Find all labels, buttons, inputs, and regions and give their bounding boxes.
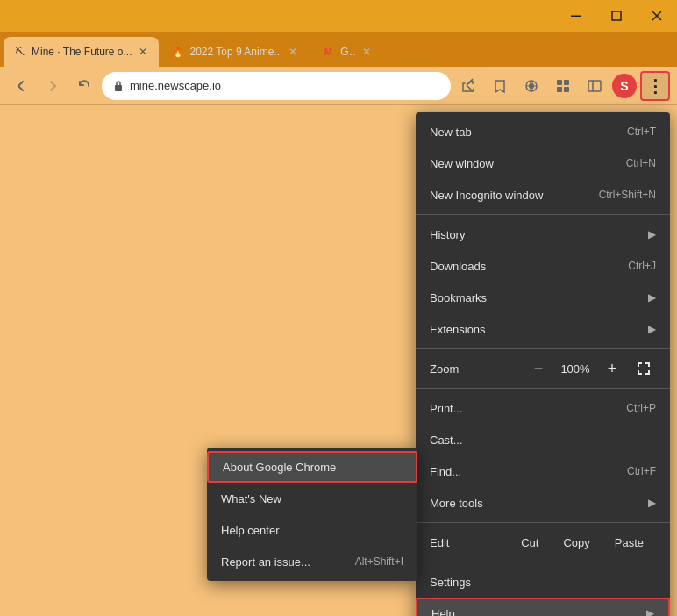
- zoom-value: 100%: [558, 362, 593, 376]
- menu-item-settings[interactable]: Settings: [416, 566, 670, 598]
- svg-rect-7: [557, 87, 562, 92]
- title-bar-controls: [556, 0, 677, 32]
- puzzle-button[interactable]: [549, 72, 577, 100]
- help-submenu: About Google Chrome What's New Help cent…: [207, 448, 417, 581]
- tab-mine-close[interactable]: ✕: [136, 45, 150, 59]
- tab-mine[interactable]: ⛏ Mine · The Future o... ✕: [4, 37, 159, 67]
- profile-avatar[interactable]: S: [612, 74, 637, 98]
- close-button[interactable]: [637, 0, 677, 32]
- svg-rect-5: [557, 80, 562, 85]
- menu-item-new-incognito[interactable]: New Incognito window Ctrl+Shift+N: [416, 179, 670, 211]
- menu-item-print[interactable]: Print... Ctrl+P: [416, 392, 670, 424]
- tab-gmail-favicon: M: [321, 45, 335, 59]
- help-submenu-item-about[interactable]: About Google Chrome: [207, 451, 417, 483]
- edit-cut-button[interactable]: Cut: [509, 533, 551, 553]
- menu-sep-4: [416, 522, 670, 523]
- menu-sep-2: [416, 348, 670, 349]
- zoom-plus-button[interactable]: +: [600, 356, 624, 381]
- menu-item-new-tab[interactable]: New tab Ctrl+T: [416, 116, 670, 147]
- lock-icon: [112, 80, 125, 92]
- title-bar: [0, 0, 677, 32]
- svg-rect-2: [115, 85, 122, 91]
- menu-item-bookmarks[interactable]: Bookmarks ▶: [416, 282, 670, 313]
- edit-copy-button[interactable]: Copy: [551, 533, 602, 553]
- chrome-menu-button[interactable]: ⋮: [640, 71, 670, 101]
- menu-sep-1: [416, 214, 670, 215]
- back-button[interactable]: [7, 72, 35, 100]
- url-text: mine.newscape.io: [130, 79, 221, 92]
- address-bar[interactable]: mine.newscape.io: [102, 72, 451, 100]
- menu-sep-3: [416, 388, 670, 389]
- bookmark-button[interactable]: [486, 72, 514, 100]
- maximize-button[interactable]: [596, 0, 637, 32]
- zoom-controls: − 100% +: [526, 356, 656, 381]
- svg-rect-8: [564, 87, 569, 92]
- tab-anime-close[interactable]: ✕: [286, 45, 300, 59]
- menu-item-history[interactable]: History ▶: [416, 218, 670, 250]
- tab-mine-label: Mine · The Future o...: [32, 46, 132, 58]
- menu-item-find[interactable]: Find... Ctrl+F: [416, 455, 670, 487]
- help-submenu-item-report-issue[interactable]: Report an issue... Alt+Shift+I: [207, 546, 417, 577]
- forward-button[interactable]: [39, 72, 67, 100]
- page-content: New tab Ctrl+T New window Ctrl+N New Inc…: [0, 105, 677, 616]
- tab-gmail-close[interactable]: ✕: [360, 45, 374, 59]
- tab-anime-favicon: 🔥: [171, 45, 185, 59]
- menu-item-help[interactable]: Help ▶: [416, 598, 670, 616]
- fullscreen-button[interactable]: [631, 356, 656, 381]
- menu-sep-5: [416, 562, 670, 562]
- help-submenu-item-whats-new[interactable]: What's New: [207, 483, 417, 514]
- svg-rect-0: [571, 16, 581, 18]
- extensions-sync-button[interactable]: [517, 72, 545, 100]
- tab-mine-favicon: ⛏: [12, 45, 26, 59]
- tab-anime-label: 2022 Top 9 Anime...: [190, 46, 283, 58]
- share-button[interactable]: [454, 72, 482, 100]
- tab-bar: ⛏ Mine · The Future o... ✕ 🔥 2022 Top 9 …: [0, 32, 677, 67]
- help-submenu-item-help-center[interactable]: Help center: [207, 514, 417, 546]
- minimize-button[interactable]: [556, 0, 596, 32]
- sidebar-button[interactable]: [581, 72, 609, 100]
- chrome-menu: New tab Ctrl+T New window Ctrl+N New Inc…: [416, 112, 670, 616]
- tab-gmail-label: Gm...: [340, 46, 356, 58]
- svg-rect-9: [588, 81, 601, 91]
- menu-item-extensions[interactable]: Extensions ▶: [416, 313, 670, 345]
- edit-paste-button[interactable]: Paste: [602, 533, 656, 553]
- menu-item-downloads[interactable]: Downloads Ctrl+J: [416, 250, 670, 282]
- tab-anime[interactable]: 🔥 2022 Top 9 Anime... ✕: [162, 37, 310, 67]
- menu-item-cast[interactable]: Cast...: [416, 424, 670, 455]
- tab-gmail[interactable]: M Gm... ✕: [312, 37, 382, 67]
- toolbar: mine.newscape.io S ⋮: [0, 67, 677, 105]
- edit-row: Edit Cut Copy Paste: [416, 526, 670, 558]
- reload-button[interactable]: [70, 72, 98, 100]
- zoom-control: Zoom − 100% +: [416, 353, 670, 384]
- menu-item-new-window[interactable]: New window Ctrl+N: [416, 147, 670, 179]
- svg-rect-6: [564, 80, 569, 85]
- menu-item-more-tools[interactable]: More tools ▶: [416, 487, 670, 519]
- zoom-minus-button[interactable]: −: [526, 356, 551, 381]
- svg-rect-1: [612, 11, 621, 20]
